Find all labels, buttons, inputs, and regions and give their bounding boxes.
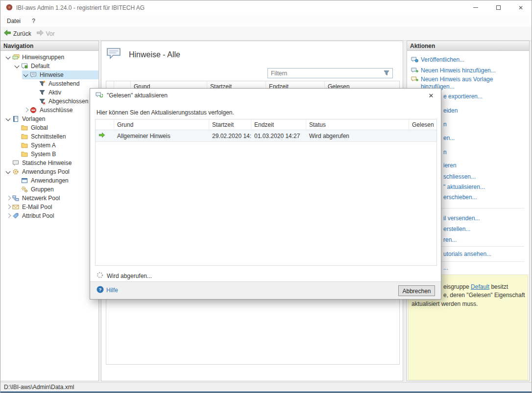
gear-icon xyxy=(12,168,21,175)
column-icon-spacer xyxy=(96,119,114,130)
column-grund[interactable]: Grund xyxy=(114,119,209,130)
nav-item-system-b[interactable]: System B xyxy=(13,150,98,159)
menu-help[interactable]: ? xyxy=(27,15,40,27)
info-line-2: e, deren "Gelesen" Eigenschaft xyxy=(443,292,525,299)
tag-icon xyxy=(12,212,21,219)
nav-item-attribut-pool[interactable]: Attribut Pool xyxy=(4,211,98,220)
filter-pending-icon xyxy=(39,80,47,87)
nav-item-label: Hinweisgruppen xyxy=(21,54,67,61)
chevron-down-icon[interactable] xyxy=(4,115,12,123)
filter-active-icon xyxy=(39,89,47,96)
forward-button[interactable]: Vor xyxy=(36,29,55,38)
nav-item-ausstehend[interactable]: Ausstehend xyxy=(31,79,98,88)
action-fragment[interactable]: en... xyxy=(443,135,455,142)
nav-item-label: Default xyxy=(29,63,52,69)
nav-item-statische-hinweise[interactable]: Statische Hinweise xyxy=(4,159,98,167)
nav-item-ausschluesse[interactable]: Ausschlüsse xyxy=(22,106,98,115)
nav-item-label: Attribut Pool xyxy=(21,212,56,219)
progress-text: Wird abgerufen... xyxy=(107,273,152,279)
chevron-spacer xyxy=(13,133,21,140)
nav-item-vorlagen[interactable]: Vorlagen xyxy=(4,115,98,123)
action-fragment[interactable]: erstellen... xyxy=(443,226,470,233)
filter-box xyxy=(267,68,393,78)
chevron-down-icon[interactable] xyxy=(22,71,30,79)
action-fragment[interactable]: e exportieren... xyxy=(443,93,483,100)
maximize-button[interactable] xyxy=(487,0,509,15)
nav-item-label: Ausschlüsse xyxy=(38,107,75,114)
chevron-right-icon[interactable] xyxy=(4,212,12,220)
chevron-right-icon[interactable] xyxy=(4,194,12,202)
action-fragment[interactable]: il versenden... xyxy=(443,215,480,222)
back-label: Zurück xyxy=(13,30,31,37)
chevron-spacer xyxy=(13,150,21,158)
filter-input[interactable] xyxy=(268,70,381,77)
nav-item-anwendungen[interactable]: Anwendungen xyxy=(13,176,98,185)
action-fragment[interactable]: eiden xyxy=(443,107,458,115)
close-button[interactable]: ✕ xyxy=(509,0,532,15)
action-fragment[interactable]: ieren xyxy=(443,162,457,169)
refresh-note-icon xyxy=(96,92,103,100)
app-window-icon xyxy=(21,177,29,184)
action-fragment[interactable]: n xyxy=(443,149,447,156)
action-fragment[interactable]: " aktualisieren... xyxy=(443,184,485,191)
filter-funnel-icon[interactable] xyxy=(381,69,392,78)
nav-item-email-pool[interactable]: E-Mail Pool xyxy=(4,203,98,211)
publish-note-icon xyxy=(411,56,418,65)
forward-label: Vor xyxy=(46,30,55,37)
static-note-icon xyxy=(12,160,21,166)
dialog-close-icon[interactable]: ✕ xyxy=(421,89,441,102)
chevron-right-icon[interactable] xyxy=(4,203,12,211)
chevron-spacer xyxy=(31,80,39,88)
chevron-right-icon[interactable] xyxy=(22,106,30,114)
nav-item-label: Anwendungs Pool xyxy=(21,168,72,175)
dialog-footer: ? Hilfe Abbrechen xyxy=(90,281,441,299)
dialog-table-header: Grund Startzeit Endzeit Status Gelesen xyxy=(96,119,436,130)
nav-item-label: Aktiv xyxy=(47,89,64,96)
nav-item-label: Abgeschlossen xyxy=(47,98,91,105)
info-line-3: aktualisiert werden muss. xyxy=(411,301,478,307)
nav-item-label: Global xyxy=(29,124,50,131)
nav-item-label: Gruppen xyxy=(29,186,56,193)
action-fragment[interactable]: schliessen... xyxy=(443,173,476,181)
nav-item-system-a[interactable]: System A xyxy=(13,141,98,150)
action-fragment[interactable]: erschieben... xyxy=(443,194,477,201)
action-fragment[interactable]: ren... xyxy=(443,236,457,244)
nav-item-label: Anwendungen xyxy=(29,177,71,184)
status-path: D:\IBI-aws\Admin\Data.xml xyxy=(4,384,74,391)
column-gelesen[interactable]: Gelesen xyxy=(409,119,436,130)
chevron-down-icon[interactable] xyxy=(4,53,12,61)
action-fragment[interactable]: utorials ansehen... xyxy=(443,251,491,258)
nav-item-hinweisgruppen[interactable]: Hinweisgruppen xyxy=(4,53,98,62)
title-bar: IBI-aws Admin 1.24.0 - registriert für I… xyxy=(0,0,532,15)
menu-datei[interactable]: Datei xyxy=(2,15,25,27)
nav-item-gruppen[interactable]: Gruppen xyxy=(13,185,98,194)
back-button[interactable]: Zurück xyxy=(3,29,31,38)
minimize-button[interactable] xyxy=(464,0,487,15)
cancel-button[interactable]: Abbrechen xyxy=(398,285,435,296)
default-link[interactable]: Default xyxy=(471,283,489,290)
nav-item-netzwerk-pool[interactable]: Netzwerk Pool xyxy=(4,194,98,203)
nav-item-aktiv[interactable]: Aktiv xyxy=(31,88,98,97)
chevron-down-icon[interactable] xyxy=(4,168,12,176)
action-neuen-hinweis-hinzufuegen[interactable]: Neuen Hinweis hinzufügen... xyxy=(411,67,496,75)
nav-item-anwendungs-pool[interactable]: Anwendungs Pool xyxy=(4,167,98,176)
nav-item-default[interactable]: Default xyxy=(13,62,98,70)
nav-item-abgeschlossen[interactable]: Abgeschlossen xyxy=(31,97,98,106)
nav-item-hinweise[interactable]: Hinweise xyxy=(22,70,98,79)
folder-icon xyxy=(21,142,29,149)
chevron-down-icon[interactable] xyxy=(13,62,21,70)
column-endzeit[interactable]: Endzeit xyxy=(251,119,306,130)
dialog-description: Hier können Sie den Aktualisierungsstatu… xyxy=(97,109,234,116)
table-row[interactable]: Allgemeiner Hinweis 29.02.2020 14:27 01.… xyxy=(96,130,436,142)
nav-item-global[interactable]: Global xyxy=(13,123,98,132)
column-startzeit[interactable]: Startzeit xyxy=(209,119,251,130)
spinner-icon xyxy=(97,272,103,280)
svg-text:?: ? xyxy=(99,287,102,292)
action-veroeffentlichen[interactable]: Veröffentlichen... xyxy=(411,56,464,65)
help-label: Hilfe xyxy=(106,287,118,294)
action-fragment[interactable]: n xyxy=(443,121,447,128)
nav-item-schnittstellen[interactable]: Schnittstellen xyxy=(13,132,98,141)
action-fragment[interactable]: ... xyxy=(443,264,448,272)
help-link[interactable]: ? Hilfe xyxy=(97,286,118,295)
column-status[interactable]: Status xyxy=(306,119,409,130)
